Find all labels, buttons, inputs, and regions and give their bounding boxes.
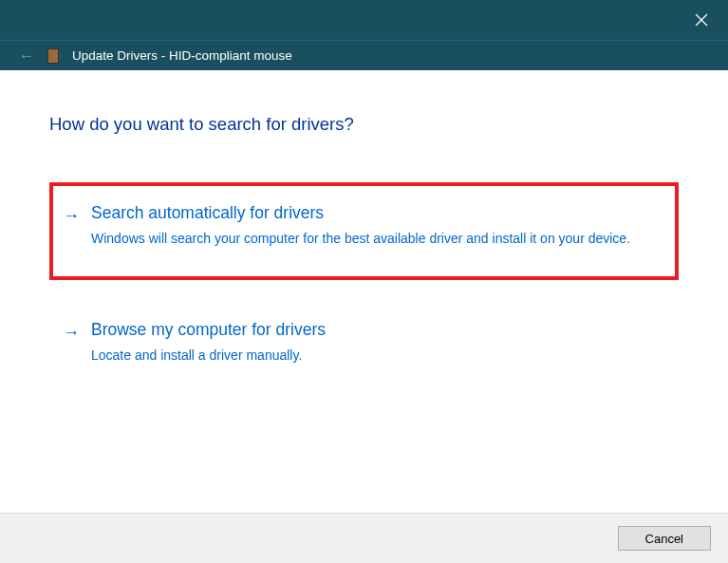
option-browse-computer[interactable]: → Browse my computer for drivers Locate … (49, 299, 679, 397)
option-title: Search automatically for drivers (91, 203, 662, 223)
page-title: How do you want to search for drivers? (49, 114, 679, 135)
footer: Cancel (0, 513, 728, 563)
header-title: Update Drivers - HID-compliant mouse (72, 48, 292, 63)
close-button[interactable] (686, 5, 717, 35)
option-search-automatically[interactable]: → Search automatically for drivers Windo… (49, 182, 679, 280)
content-area: How do you want to search for drivers? →… (0, 70, 728, 398)
option-text: Browse my computer for drivers Locate an… (91, 320, 662, 365)
title-bar (0, 0, 728, 40)
cancel-button[interactable]: Cancel (618, 526, 711, 551)
arrow-right-icon: → (63, 320, 80, 365)
arrow-right-icon: → (63, 203, 80, 248)
close-icon (695, 13, 708, 27)
option-description: Locate and install a driver manually. (91, 346, 662, 365)
option-description: Windows will search your computer for th… (91, 229, 662, 248)
header-strip: ← Update Drivers - HID-compliant mouse (0, 40, 728, 70)
device-icon (47, 48, 59, 64)
option-text: Search automatically for drivers Windows… (91, 203, 662, 248)
back-arrow-icon: ← (19, 47, 34, 65)
option-title: Browse my computer for drivers (91, 320, 662, 340)
